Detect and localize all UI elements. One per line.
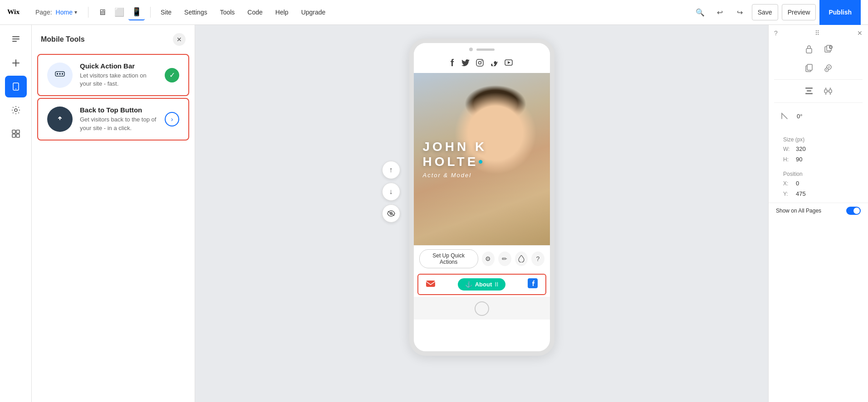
icon-row-3: [774, 82, 863, 100]
hero-name: JOHN K HOLTE•: [423, 140, 487, 169]
svg-text:Wix: Wix: [7, 8, 20, 15]
svg-rect-38: [829, 90, 832, 92]
svg-rect-34: [805, 87, 813, 89]
show-all-pages-label: Show on All Pages: [776, 208, 821, 214]
show-all-pages-section: Show on All Pages: [769, 203, 868, 218]
quick-actions-help-icon[interactable]: ?: [531, 252, 544, 266]
lock-icon[interactable]: [800, 40, 818, 58]
quick-action-bar-item[interactable]: Quick Action Bar Let visitors take actio…: [37, 54, 189, 96]
preview-button[interactable]: Preview: [782, 4, 816, 20]
tools-panel-close-button[interactable]: ✕: [173, 33, 186, 46]
sidebar-item-mobile-tools[interactable]: [5, 76, 27, 97]
facebook-action-icon[interactable]: [528, 278, 538, 291]
quick-actions-bar: Set Up Quick Actions ⚙ ✏ ?: [414, 245, 550, 272]
svg-point-21: [481, 60, 482, 61]
phone-home-circle[interactable]: [475, 301, 489, 316]
tools-panel-title: Mobile Tools: [41, 35, 85, 44]
quick-action-bar-desc: Let visitors take action on your site - …: [80, 72, 157, 88]
canvas-area: ↑ ↓: [195, 25, 768, 402]
page-selector[interactable]: Page: Home ▾: [35, 9, 77, 16]
duplicate-icon[interactable]: [800, 59, 818, 77]
drag-dots-icon: ⁞⁞: [495, 281, 498, 288]
x-row: X: 0: [776, 178, 861, 189]
sidebar-item-pages[interactable]: [5, 29, 27, 50]
right-panel-top: ? ⠿ ✕: [769, 25, 868, 39]
mobile-view-button[interactable]: 📱: [128, 4, 145, 20]
publish-button[interactable]: Publish: [819, 0, 861, 25]
svg-rect-11: [16, 134, 20, 137]
back-to-top-icon: [54, 112, 65, 126]
help-icon[interactable]: ?: [774, 29, 778, 37]
right-panel-close-button[interactable]: ✕: [857, 29, 863, 37]
tools-menu-item[interactable]: Tools: [214, 0, 241, 25]
instagram-social-icon[interactable]: [476, 59, 484, 68]
angle-icon[interactable]: [776, 107, 793, 125]
svg-rect-5: [12, 63, 20, 63]
move-down-button[interactable]: ↓: [382, 183, 400, 201]
svg-point-6: [15, 88, 16, 89]
copy-to-pages-icon[interactable]: [819, 59, 837, 77]
settings-menu-item[interactable]: Settings: [178, 0, 214, 25]
sidebar-item-apps[interactable]: [5, 123, 27, 145]
setup-quick-actions-button[interactable]: Set Up Quick Actions: [419, 249, 478, 268]
show-all-pages-row: Show on All Pages: [776, 207, 861, 215]
svg-rect-14: [59, 73, 61, 75]
desktop-view-button[interactable]: 🖥: [94, 4, 110, 20]
email-action-icon[interactable]: [426, 279, 436, 290]
svg-rect-19: [476, 59, 483, 66]
sidebar-item-add[interactable]: [5, 52, 27, 74]
icon-divider-1: [774, 79, 863, 80]
back-to-top-arrow-icon[interactable]: ›: [165, 112, 179, 126]
mobile-tools-panel: Mobile Tools ✕ Quick Action Bar Let visi…: [32, 25, 195, 402]
quick-actions-theme-icon[interactable]: [515, 252, 528, 266]
about-anchor-button[interactable]: ⚓ About ⁞⁞: [458, 278, 506, 291]
quick-action-bar-icon: [54, 68, 66, 82]
hide-button[interactable]: [382, 204, 400, 223]
code-menu-item[interactable]: Code: [241, 0, 269, 25]
show-all-pages-toggle[interactable]: [846, 207, 861, 215]
youtube-social-icon[interactable]: [505, 59, 513, 68]
phone-mockup: JOHN K HOLTE• Actor & Model Set Up Quick…: [409, 39, 554, 356]
tablet-view-button[interactable]: ⬜: [111, 4, 128, 20]
hero-overlay: JOHN K HOLTE• Actor & Model: [414, 73, 550, 245]
phone-bottom-bar-selected[interactable]: ⚓ About ⁞⁞: [417, 274, 546, 295]
angle-value: 0°: [797, 113, 802, 120]
twitter-social-icon[interactable]: [461, 59, 470, 68]
size-section: Size (px) W: 320 H: 90: [769, 130, 868, 166]
site-menu-item[interactable]: Site: [154, 0, 178, 25]
quick-action-bar-name: Quick Action Bar: [80, 62, 157, 70]
sidebar-item-settings[interactable]: [5, 99, 27, 121]
toggle-knob: [853, 208, 860, 214]
align-icon[interactable]: [800, 82, 818, 100]
svg-rect-26: [806, 48, 812, 53]
page-chevron-icon: ▾: [74, 9, 77, 15]
main-area: Mobile Tools ✕ Quick Action Bar Let visi…: [0, 25, 868, 402]
save-button[interactable]: Save: [752, 4, 778, 20]
svg-rect-8: [12, 130, 15, 133]
height-value: 90: [796, 156, 802, 163]
move-up-button[interactable]: ↑: [382, 161, 400, 179]
facebook-social-icon[interactable]: [451, 58, 455, 68]
svg-marker-23: [508, 61, 510, 64]
search-button[interactable]: 🔍: [692, 4, 708, 20]
copy-top-icon[interactable]: [819, 40, 837, 58]
right-panel: ? ⠿ ✕: [768, 25, 868, 402]
help-menu-item[interactable]: Help: [269, 0, 295, 25]
svg-rect-31: [807, 64, 812, 70]
redo-button[interactable]: ↪: [732, 4, 748, 20]
back-to-top-item[interactable]: Back to Top Button Get visitors back to …: [37, 98, 189, 140]
y-value: 475: [796, 190, 806, 197]
svg-rect-9: [16, 130, 20, 133]
quick-actions-settings-icon[interactable]: ⚙: [482, 252, 495, 266]
wix-logo[interactable]: Wix: [7, 7, 26, 18]
grid-icon[interactable]: ⠿: [815, 29, 819, 37]
undo-button[interactable]: ↩: [712, 4, 728, 20]
quick-action-bar-text: Quick Action Bar Let visitors take actio…: [80, 62, 157, 88]
vimeo-social-icon[interactable]: [490, 59, 498, 68]
distribute-icon[interactable]: [819, 82, 837, 100]
quick-actions-edit-icon[interactable]: ✏: [498, 252, 511, 266]
phone-bottom-bar: ⚓ About ⁞⁞: [418, 275, 545, 294]
icon-divider-2: [774, 102, 863, 103]
upgrade-menu-item[interactable]: Upgrade: [295, 0, 332, 25]
size-label: Size (px): [776, 134, 861, 144]
